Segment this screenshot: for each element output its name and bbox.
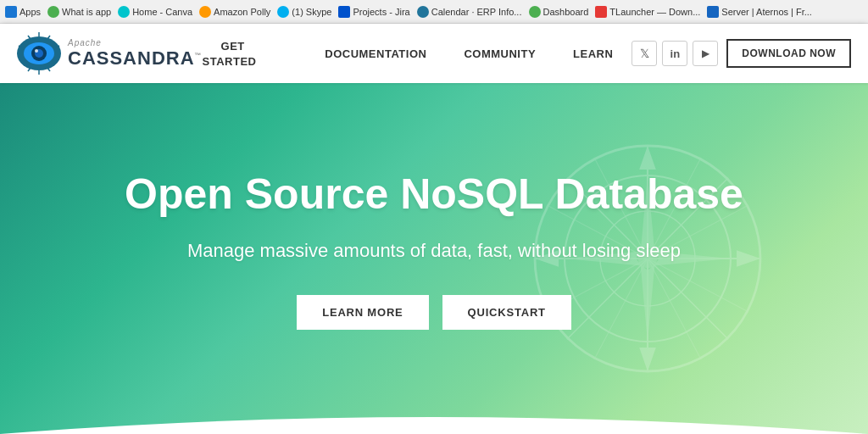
taskbar-jira-label: Projects - Jira (353, 7, 409, 17)
canva-icon (118, 6, 130, 18)
download-now-button[interactable]: DOWNLOAD NOW (726, 39, 851, 68)
taskbar-dashboard[interactable]: Dashboard (529, 6, 589, 18)
wp-icon (417, 6, 429, 18)
learn-more-button[interactable]: LEARN MORE (297, 295, 428, 330)
navbar-right: 𝕏 in ▶ DOWNLOAD NOW (632, 39, 851, 68)
nav-item-get-started[interactable]: GET STARTED (203, 38, 307, 69)
taskbar-server-label: Server | Aternos | Fr... (721, 7, 812, 17)
taskbar-tl[interactable]: TLauncher — Down... (595, 6, 700, 18)
taskbar-apps-label: Apps (19, 7, 41, 17)
taskbar-wp-label: Calendar · ERP Info... (431, 7, 522, 17)
apps-icon (5, 6, 17, 18)
hero-subtitle: Manage massive amounts of data, fast, wi… (125, 236, 743, 264)
taskbar-skype[interactable]: (1) Skype (277, 6, 331, 18)
nav-link-learn[interactable]: LEARN (554, 47, 632, 60)
nav-link-get-started[interactable]: GET STARTED (203, 40, 275, 68)
cassandra-eye-icon (17, 31, 61, 75)
taskbar-skype-label: (1) Skype (292, 7, 331, 17)
taskbar-server[interactable]: Server | Aternos | Fr... (707, 6, 812, 18)
tl-icon (595, 6, 607, 18)
nav-item-community[interactable]: COMMUNITY (445, 46, 554, 61)
server-icon (707, 6, 719, 18)
site-logo[interactable]: Apache CASSANDRA™ (17, 31, 203, 75)
polly-icon (199, 6, 211, 18)
taskbar-apps[interactable]: Apps (5, 6, 41, 18)
youtube-icon[interactable]: ▶ (693, 41, 718, 66)
taskbar-polly[interactable]: Amazon Polly (199, 6, 270, 18)
taskbar-polly-label: Amazon Polly (214, 7, 270, 17)
browser-taskbar: Apps What is app Home - Canva Amazon Pol… (0, 0, 868, 24)
quickstart-button[interactable]: QUICKSTART (442, 295, 571, 330)
hero-title: Open Source NoSQL Database (125, 170, 743, 220)
nav-item-documentation[interactable]: DOCUMENTATION (306, 46, 445, 61)
svg-marker-21 (639, 348, 656, 371)
navbar-nav: GET STARTED DOCUMENTATION COMMUNITY LEAR… (203, 38, 632, 69)
nav-link-community[interactable]: COMMUNITY (445, 47, 554, 60)
navbar: Apache CASSANDRA™ GET STARTED DOCUMENTAT… (0, 24, 868, 83)
logo-cassandra-label: CASSANDRA™ (68, 47, 203, 70)
hero-buttons: LEARN MORE QUICKSTART (125, 295, 743, 330)
dashboard-icon (529, 6, 541, 18)
taskbar-jira[interactable]: Projects - Jira (338, 6, 409, 18)
hero-section: Open Source NoSQL Database Manage massiv… (0, 83, 868, 434)
svg-point-4 (35, 49, 38, 53)
nav-item-learn[interactable]: LEARN (554, 46, 632, 61)
taskbar-whatis[interactable]: What is app (47, 6, 111, 18)
jira-icon (338, 6, 350, 18)
twitter-icon[interactable]: 𝕏 (632, 41, 657, 66)
taskbar-whatis-label: What is app (62, 7, 111, 17)
social-icons: 𝕏 in ▶ (632, 41, 718, 66)
taskbar-wp[interactable]: Calendar · ERP Info... (417, 6, 522, 18)
taskbar-canva[interactable]: Home - Canva (118, 6, 192, 18)
taskbar-tl-label: TLauncher — Down... (609, 7, 700, 17)
nav-link-documentation[interactable]: DOCUMENTATION (306, 47, 445, 60)
site-wrapper: Apache CASSANDRA™ GET STARTED DOCUMENTAT… (0, 24, 868, 434)
logo-apache-label: Apache (68, 38, 203, 47)
taskbar-dashboard-label: Dashboard (543, 7, 589, 17)
skype-icon (277, 6, 289, 18)
hero-content: Open Source NoSQL Database Manage massiv… (125, 170, 743, 330)
whatis-icon (47, 6, 59, 18)
hero-curve (0, 400, 868, 434)
svg-marker-20 (639, 146, 656, 170)
linkedin-icon[interactable]: in (662, 41, 687, 66)
taskbar-canva-label: Home - Canva (132, 7, 192, 17)
logo-text: Apache CASSANDRA™ (68, 38, 203, 70)
